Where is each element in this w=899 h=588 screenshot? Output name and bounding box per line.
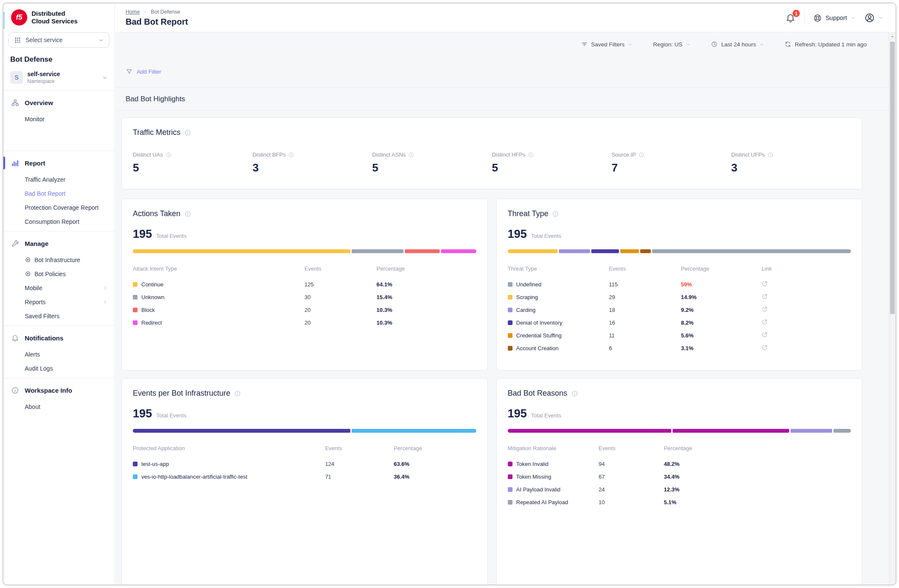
total-events-label: Total Events bbox=[531, 412, 561, 419]
bar-segment-ves-io-http-loadbalancer-artificial-traffic-test bbox=[352, 429, 476, 433]
product-title: Bot Defense bbox=[10, 55, 108, 64]
f5-logo-icon: f5 bbox=[11, 9, 27, 26]
sidebar-item-reports[interactable]: Reports bbox=[3, 295, 115, 309]
sidebar-section-notifications[interactable]: Notifications bbox=[3, 328, 115, 347]
legend-swatch bbox=[133, 462, 137, 466]
panel-events-per-bot-infrastructure: Events per Bot Infrastructure195Total Ev… bbox=[121, 378, 488, 585]
sidebar-item-about[interactable]: About bbox=[3, 400, 115, 414]
sidebar-item-alerts[interactable]: Alerts bbox=[3, 347, 115, 361]
bar-segment-account-creation bbox=[640, 249, 651, 253]
breadcrumb-home-link[interactable]: Home bbox=[126, 9, 140, 15]
table-row: Scraping2914.9% bbox=[508, 291, 851, 303]
info-icon[interactable] bbox=[571, 390, 578, 397]
row-events: 115 bbox=[609, 281, 681, 288]
metric-label: Distinct UAs bbox=[133, 151, 163, 158]
info-icon[interactable] bbox=[552, 211, 559, 217]
external-link-icon[interactable] bbox=[762, 344, 768, 351]
metric-distinct-asns: Distinct ASNs5 bbox=[372, 151, 492, 174]
row-link-cell bbox=[762, 293, 851, 301]
legend-swatch bbox=[508, 282, 512, 287]
saved-filters-dropdown[interactable]: Saved Filters bbox=[581, 41, 633, 48]
sidebar-section-overview[interactable]: Overview bbox=[3, 93, 115, 112]
external-link-icon[interactable] bbox=[762, 280, 768, 287]
legend-swatch bbox=[133, 308, 137, 312]
info-icon[interactable] bbox=[288, 152, 294, 158]
info-icon[interactable] bbox=[638, 152, 644, 158]
scrollbar-thumb[interactable] bbox=[890, 42, 895, 314]
row-percentage: 9.2% bbox=[681, 307, 762, 313]
namespace-name: self-service bbox=[27, 71, 60, 77]
info-icon[interactable] bbox=[166, 152, 172, 158]
metric-distinct-bfps: Distinct BFPs3 bbox=[252, 151, 372, 174]
sidebar-item-label: Mobile bbox=[25, 285, 42, 291]
notifications-button[interactable]: 1 bbox=[785, 13, 796, 23]
sidebar-item-monitor[interactable]: Monitor bbox=[3, 112, 115, 126]
row-events: 29 bbox=[609, 294, 681, 300]
region-dropdown[interactable]: Region: US bbox=[653, 41, 690, 48]
sidebar-section-workspace-info[interactable]: Workspace Info bbox=[3, 381, 115, 400]
sidebar-item-bot-policies[interactable]: Bot Policies bbox=[3, 267, 115, 281]
row-label-cell: Scraping bbox=[508, 294, 609, 300]
info-icon[interactable] bbox=[408, 152, 414, 158]
sidebar-item-saved-filters[interactable]: Saved Filters bbox=[3, 309, 115, 323]
metric-label: Distinct BFPs bbox=[252, 151, 286, 158]
sidebar-item-label: Monitor bbox=[25, 116, 45, 123]
legend-swatch bbox=[133, 474, 137, 479]
namespace-sublabel: Namespace bbox=[27, 78, 60, 84]
table-row: Token Invalid9448.2% bbox=[508, 457, 851, 470]
service-selector[interactable]: Select service bbox=[9, 32, 109, 48]
logo-accent-bar bbox=[3, 12, 5, 29]
panel-actions-taken: Actions Taken195Total EventsAttack Inten… bbox=[121, 199, 488, 371]
external-link-icon[interactable] bbox=[762, 293, 768, 300]
table-row: Redirect2010.3% bbox=[133, 316, 476, 329]
sidebar-section-label: Overview bbox=[25, 99, 53, 106]
legend-swatch bbox=[508, 474, 512, 479]
bar-segment-unknown bbox=[352, 249, 404, 253]
sidebar-group-report: ReportTraffic AnalyzerBad Bot ReportProt… bbox=[3, 151, 115, 231]
info-icon[interactable] bbox=[184, 129, 191, 136]
add-filter-button[interactable]: Add Filter bbox=[126, 68, 161, 75]
info-icon[interactable] bbox=[184, 211, 191, 217]
support-button[interactable]: Support bbox=[813, 14, 856, 23]
chevron-down-icon bbox=[628, 42, 633, 47]
time-range-dropdown[interactable]: Last 24 hours bbox=[711, 41, 764, 48]
bar-segment-redirect bbox=[441, 249, 476, 253]
legend-swatch bbox=[508, 487, 512, 492]
row-percentage: 8.2% bbox=[681, 320, 762, 326]
metric-distinct-ufps: Distinct UFPs3 bbox=[731, 151, 851, 174]
sidebar-section-manage[interactable]: Manage bbox=[3, 234, 115, 253]
scrollbar-up-arrow[interactable] bbox=[890, 34, 895, 39]
panel-title: Bad Bot Reasons bbox=[508, 389, 567, 398]
row-percentage: 14.9% bbox=[681, 294, 762, 300]
sidebar-item-bad-bot-report[interactable]: Bad Bot Report bbox=[3, 186, 115, 200]
account-button[interactable] bbox=[864, 12, 884, 23]
row-label-cell: Account Creation bbox=[508, 345, 609, 351]
info-icon[interactable] bbox=[234, 390, 241, 397]
row-label-cell: Redirect bbox=[133, 320, 304, 326]
sidebar-item-traffic-analyzer[interactable]: Traffic Analyzer bbox=[3, 172, 115, 186]
external-link-icon[interactable] bbox=[762, 306, 768, 312]
info-icon[interactable] bbox=[767, 152, 773, 158]
row-events: 20 bbox=[304, 320, 376, 326]
sidebar: f5 DistributedCloud Services Select serv… bbox=[3, 3, 115, 585]
table-header: Attack Intent TypeEventsPercentage bbox=[133, 263, 476, 274]
metric-label-row: Distinct BFPs bbox=[252, 151, 372, 158]
external-link-icon[interactable] bbox=[762, 319, 768, 325]
sidebar-item-consumption-report[interactable]: Consumption Report bbox=[3, 214, 115, 228]
sidebar-group-workspace-info: Workspace InfoAbout bbox=[3, 378, 115, 416]
total-events-label: Total Events bbox=[156, 233, 186, 239]
sidebar-section-report[interactable]: Report bbox=[3, 154, 115, 172]
sidebar-item-mobile[interactable]: Mobile bbox=[3, 281, 115, 295]
refresh-label: Refresh: Updated 1 min ago bbox=[795, 41, 867, 48]
sidebar-item-label: Consumption Report bbox=[25, 218, 79, 225]
sidebar-item-protection-coverage-report[interactable]: Protection Coverage Report bbox=[3, 200, 115, 214]
row-events: 6 bbox=[609, 345, 681, 351]
info-icon[interactable] bbox=[528, 152, 534, 158]
sidebar-item-label: Bad Bot Report bbox=[25, 190, 66, 197]
namespace-selector[interactable]: S self-service Namespace bbox=[3, 67, 115, 90]
external-link-icon[interactable] bbox=[762, 331, 768, 338]
refresh-button[interactable]: Refresh: Updated 1 min ago bbox=[784, 41, 867, 48]
stacked-bar bbox=[133, 249, 476, 253]
sidebar-item-bot-infrastructure[interactable]: Bot Infrastructure bbox=[3, 253, 115, 267]
sidebar-item-audit-logs[interactable]: Audit Logs bbox=[3, 361, 115, 375]
